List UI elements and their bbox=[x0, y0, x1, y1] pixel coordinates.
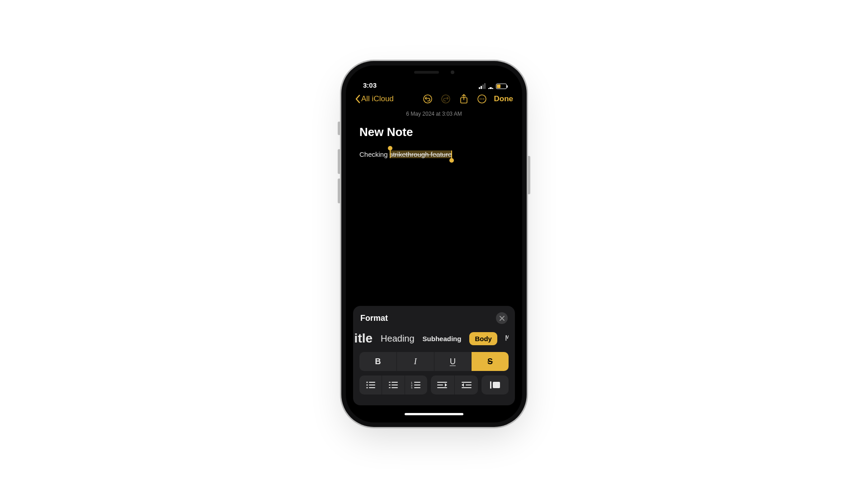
bulleted-list-icon bbox=[366, 381, 376, 389]
svg-point-1 bbox=[442, 95, 450, 103]
svg-point-11 bbox=[366, 387, 368, 388]
redo-button bbox=[440, 93, 452, 105]
block-quote-icon bbox=[490, 381, 500, 389]
undo-icon bbox=[423, 94, 433, 104]
svg-rect-26 bbox=[437, 385, 443, 385]
bulleted-list-button[interactable] bbox=[359, 375, 382, 394]
strikethrough-button[interactable]: S bbox=[472, 352, 509, 371]
close-icon bbox=[500, 316, 505, 321]
bold-button[interactable]: B bbox=[359, 352, 397, 371]
indent-button[interactable] bbox=[455, 375, 478, 394]
svg-rect-20 bbox=[414, 382, 420, 383]
done-button[interactable]: Done bbox=[494, 94, 514, 103]
notch bbox=[391, 66, 477, 79]
share-button[interactable] bbox=[458, 93, 470, 105]
note-body-selected: strikethrough feature bbox=[390, 150, 452, 158]
svg-rect-16 bbox=[392, 385, 398, 385]
note-body[interactable]: Checking strikethrough feature bbox=[359, 150, 509, 159]
back-button[interactable]: All iCloud bbox=[355, 94, 394, 103]
note-title[interactable]: New Note bbox=[359, 125, 509, 139]
screen: 3:03 All iCloud bbox=[350, 70, 518, 418]
svg-rect-22 bbox=[414, 385, 420, 385]
chevron-left-icon bbox=[355, 94, 360, 103]
undo-button[interactable] bbox=[422, 93, 434, 105]
svg-rect-15 bbox=[389, 385, 391, 385]
redo-icon bbox=[441, 94, 451, 104]
sheet-title: Format bbox=[360, 314, 388, 323]
svg-point-0 bbox=[424, 95, 432, 103]
indent-icon bbox=[461, 381, 472, 389]
style-title[interactable]: Title bbox=[355, 331, 373, 346]
volume-up-button bbox=[338, 149, 340, 174]
more-icon bbox=[477, 94, 487, 104]
paragraph-style-row[interactable]: Title Heading Subheading Body Monost bbox=[355, 329, 509, 352]
battery-icon bbox=[496, 84, 507, 89]
close-button[interactable] bbox=[496, 312, 508, 324]
svg-point-4 bbox=[479, 99, 480, 99]
power-button bbox=[528, 156, 530, 194]
svg-rect-18 bbox=[392, 387, 398, 388]
svg-point-7 bbox=[366, 381, 368, 383]
style-body[interactable]: Body bbox=[469, 332, 497, 345]
svg-rect-30 bbox=[462, 387, 472, 388]
svg-rect-10 bbox=[369, 385, 375, 385]
svg-rect-24 bbox=[414, 387, 420, 388]
svg-text:3: 3 bbox=[411, 387, 413, 389]
svg-rect-13 bbox=[389, 382, 391, 383]
svg-point-6 bbox=[483, 99, 484, 99]
more-button[interactable] bbox=[476, 93, 488, 105]
nav-bar: All iCloud Done bbox=[350, 89, 518, 109]
svg-rect-25 bbox=[437, 382, 447, 383]
status-time: 3:03 bbox=[363, 81, 377, 89]
svg-rect-27 bbox=[437, 387, 447, 388]
note-body-text: Checking bbox=[359, 150, 390, 158]
back-label: All iCloud bbox=[361, 94, 394, 103]
svg-rect-32 bbox=[493, 382, 500, 388]
list-segment: 123 bbox=[359, 375, 427, 394]
text-selection[interactable]: strikethrough feature bbox=[390, 150, 452, 158]
cellular-icon bbox=[479, 83, 486, 89]
numbered-list-icon: 123 bbox=[411, 381, 421, 389]
note-timestamp: 6 May 2024 at 3:03 AM bbox=[350, 111, 518, 117]
italic-button[interactable]: I bbox=[397, 352, 434, 371]
home-indicator[interactable] bbox=[405, 413, 463, 415]
svg-rect-29 bbox=[466, 385, 472, 385]
mute-switch bbox=[338, 122, 340, 135]
numbered-list-button[interactable]: 123 bbox=[405, 375, 427, 394]
block-quote-button[interactable] bbox=[481, 375, 509, 394]
dashed-list-icon bbox=[388, 381, 398, 389]
volume-down-button bbox=[338, 178, 340, 203]
svg-rect-17 bbox=[389, 387, 391, 388]
svg-point-5 bbox=[481, 99, 482, 99]
phone-frame: 3:03 All iCloud bbox=[346, 66, 522, 422]
svg-rect-8 bbox=[369, 382, 375, 383]
svg-rect-28 bbox=[462, 382, 472, 383]
outdent-icon bbox=[437, 381, 448, 389]
svg-rect-31 bbox=[490, 381, 491, 389]
svg-rect-14 bbox=[392, 382, 398, 383]
dashed-list-button[interactable] bbox=[382, 375, 405, 394]
underline-button[interactable]: U bbox=[434, 352, 472, 371]
selection-handle-end[interactable] bbox=[449, 158, 454, 163]
style-mono[interactable]: Monost bbox=[505, 334, 509, 343]
share-icon bbox=[459, 94, 468, 104]
svg-rect-12 bbox=[369, 387, 375, 388]
svg-point-9 bbox=[366, 384, 368, 385]
style-heading[interactable]: Heading bbox=[381, 333, 415, 344]
selection-handle-start[interactable] bbox=[388, 146, 392, 150]
indent-segment bbox=[431, 375, 478, 394]
wifi-icon bbox=[487, 84, 494, 89]
style-subheading[interactable]: Subheading bbox=[423, 335, 462, 343]
text-format-segment: B I U S bbox=[359, 352, 509, 371]
outdent-button[interactable] bbox=[431, 375, 455, 394]
format-sheet: Format Title Heading Subheading Body Mon… bbox=[353, 306, 515, 405]
block-quote-segment bbox=[481, 375, 509, 394]
